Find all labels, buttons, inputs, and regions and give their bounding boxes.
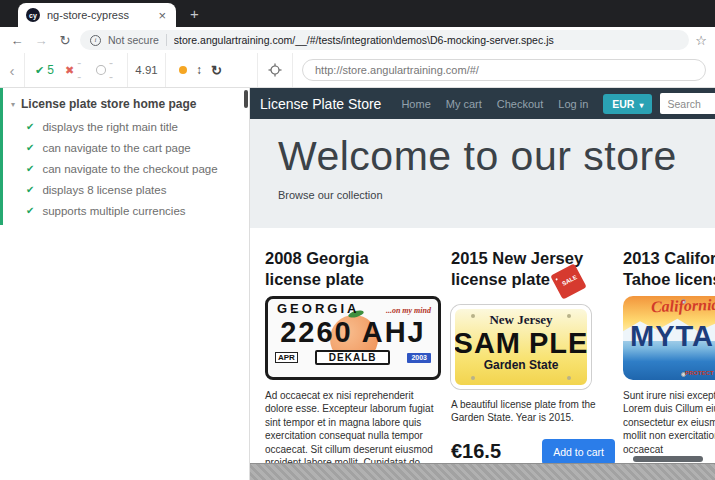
product-title-line: license plate	[265, 269, 441, 290]
test-suite-block: License plate store home page displays t…	[0, 88, 249, 225]
product-price: €16.5	[451, 440, 501, 463]
plate-number: 2260 AHJ	[268, 316, 438, 348]
nav-link-log-in[interactable]: Log in	[558, 98, 588, 110]
suite-title: License plate store home page	[21, 97, 196, 111]
forward-icon[interactable]	[32, 33, 50, 48]
horizontal-scrollbar-thumb[interactable]	[633, 456, 703, 462]
check-icon	[26, 142, 34, 153]
auto-scroll-icon[interactable]	[196, 63, 202, 77]
reload-icon[interactable]	[56, 33, 74, 48]
product-description: Ad occaecat ex nisi reprehenderit dolore…	[265, 389, 441, 469]
test-stats: 5 -- --	[25, 53, 128, 87]
test-item[interactable]: can navigate to the checkout page	[3, 158, 249, 179]
browser-toolbar: Not secure store.angulartraining.com/__/…	[0, 27, 715, 53]
main-area: License plate store home page displays t…	[0, 88, 715, 480]
pending-stat[interactable]: --	[96, 56, 117, 84]
test-label: supports multiple currencies	[42, 205, 185, 217]
pending-count: --	[109, 56, 117, 84]
chevron-down-icon	[11, 100, 15, 109]
product-title: 2008 Georgia license plate	[265, 248, 441, 290]
test-item[interactable]: displays 8 license plates	[3, 179, 249, 200]
product-card-georgia[interactable]: 2008 Georgia license plate GEORGIA ...on…	[265, 248, 441, 469]
duration-value: 4.91	[135, 64, 157, 76]
store-brand[interactable]: License Plate Store	[260, 96, 381, 112]
collapse-sidebar-button[interactable]	[0, 53, 25, 87]
selector-playground-button[interactable]	[258, 53, 293, 87]
cypress-runner-bar: 5 -- -- 4.91	[0, 53, 715, 88]
new-tab-button[interactable]	[190, 5, 199, 22]
nav-link-home[interactable]: Home	[401, 98, 430, 110]
status-dot-icon	[179, 66, 187, 74]
plate-state: GEORGIA	[277, 301, 359, 316]
address-divider	[166, 34, 167, 46]
browser-tab[interactable]: cy ng-store-cypress	[18, 3, 176, 27]
check-icon	[35, 63, 44, 77]
product-title-line: 2013 California	[623, 248, 715, 269]
sidebar-scrollbar-thumb[interactable]	[244, 90, 248, 108]
nav-link-my-cart[interactable]: My cart	[446, 98, 482, 110]
product-title-line: 2008 Georgia	[265, 248, 441, 269]
product-title-line: 2015 New Jersey	[451, 248, 615, 269]
plate-number-left: SAM	[454, 328, 521, 358]
browser-tab-strip: cy ng-store-cypress	[0, 0, 715, 27]
plate-month-sticker: APR	[275, 352, 298, 363]
tab-close-icon[interactable]	[156, 9, 168, 22]
search-input[interactable]	[660, 93, 715, 114]
add-to-cart-button[interactable]: Add to cart	[542, 439, 615, 465]
test-item[interactable]: can navigate to the cart page	[3, 137, 249, 158]
runner-controls	[166, 53, 258, 87]
rerun-tests-icon[interactable]	[211, 63, 222, 78]
failed-stat[interactable]: --	[65, 56, 85, 84]
hero-subtitle: Browse our collection	[278, 189, 715, 201]
plate-state: California	[651, 296, 715, 316]
test-label: can navigate to the cart page	[42, 142, 190, 154]
test-item[interactable]: supports multiple currencies	[3, 200, 249, 221]
circle-icon	[96, 65, 106, 75]
plate-year-sticker: 2003	[407, 353, 431, 363]
currency-dropdown[interactable]: EUR	[603, 94, 652, 114]
plate-hole	[567, 376, 571, 380]
product-title-text: license plate	[451, 270, 550, 288]
suite-header[interactable]: License plate store home page	[3, 93, 249, 116]
product-title: 2015 New Jersey license plateSALE	[451, 248, 615, 297]
plate-slogan: PROTECT LAKE TAHOE	[685, 370, 715, 376]
not-secure-label: Not secure	[108, 34, 159, 46]
info-icon[interactable]	[90, 35, 101, 46]
failed-count: --	[77, 56, 85, 84]
bookmark-star-icon[interactable]	[695, 33, 707, 48]
check-icon	[26, 163, 34, 174]
nav-link-checkout[interactable]: Checkout	[497, 98, 543, 110]
address-url[interactable]: store.angulartraining.com/__/#/tests/int…	[174, 34, 554, 46]
product-description: Sunt irure nisi excepteur ad aliqua. Lor…	[623, 389, 715, 456]
plate-slogan: Garden State	[455, 358, 587, 372]
check-icon	[26, 121, 34, 132]
runner-url-cell	[293, 53, 715, 87]
test-item[interactable]: displays the right main title	[3, 116, 249, 137]
passed-stat[interactable]: 5	[35, 63, 54, 77]
plate-hole	[471, 376, 475, 380]
cypress-sidebar: License plate store home page displays t…	[0, 88, 250, 480]
plate-hole	[567, 314, 571, 318]
hero-banner: Welcome to our store Browse our collecti…	[250, 119, 715, 228]
store-navbar: License Plate Store Home My cart Checkou…	[250, 88, 715, 119]
check-icon	[26, 205, 34, 216]
product-card-california[interactable]: 2013 California Tahoe license plate Cali…	[623, 248, 715, 469]
test-duration: 4.91	[128, 53, 166, 87]
runner-url-input[interactable]	[302, 59, 706, 81]
back-icon[interactable]	[8, 33, 26, 48]
georgia-plate-image: GEORGIA ...on my mind 2260 AHJ APR DEKAL…	[265, 296, 441, 380]
plate-county: DEKALB	[315, 350, 391, 365]
crosshair-icon	[268, 63, 282, 77]
product-card-new-jersey[interactable]: 2015 New Jersey license plateSALE New Je…	[451, 248, 615, 469]
plate-number: SAM PLE	[455, 328, 587, 358]
product-title-line: Tahoe license plate	[623, 269, 715, 290]
plate-number-right: PLE	[529, 328, 588, 358]
new-jersey-plate-image: New Jersey SAM PLE Garden State	[451, 305, 591, 389]
product-description: A beautiful license plate from the Garde…	[451, 398, 615, 425]
hero-title: Welcome to our store	[278, 133, 715, 180]
address-bar[interactable]: Not secure store.angulartraining.com/__/…	[80, 30, 689, 50]
passed-count: 5	[47, 63, 54, 77]
tab-title: ng-store-cypress	[47, 9, 156, 21]
plate-number: MYTAH	[630, 320, 715, 353]
california-plate-image: California MYTAH PROTECT LAKE TAHOE	[623, 296, 715, 380]
